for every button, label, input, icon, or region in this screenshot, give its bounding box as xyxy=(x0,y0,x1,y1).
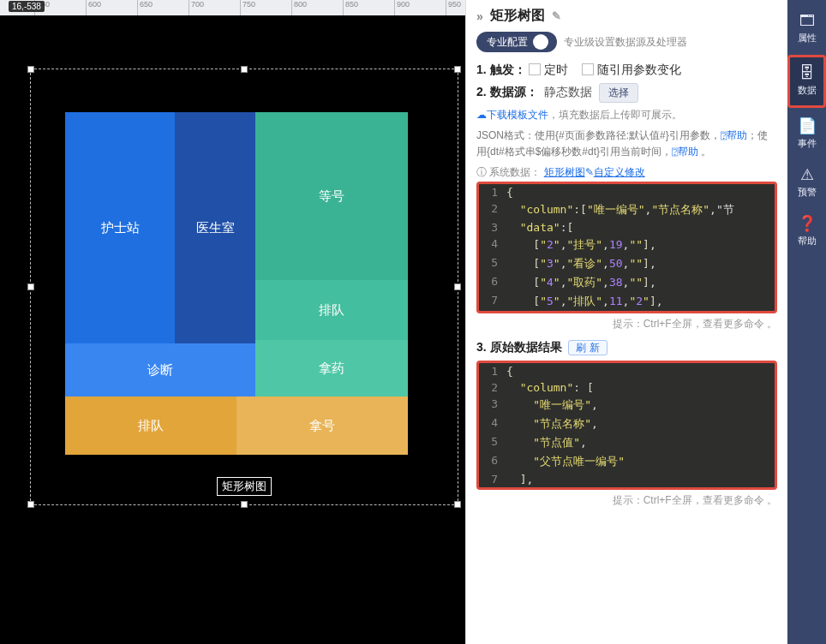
resize-handle-n[interactable] xyxy=(241,66,248,73)
resize-handle-ne[interactable] xyxy=(454,66,461,73)
treemap-cell: 拿号 xyxy=(236,397,408,455)
section-1-number: 1. xyxy=(476,63,487,76)
section-3-label: 原始数据结果 xyxy=(490,340,562,354)
sidebar-label: 事件 xyxy=(798,138,817,148)
checkbox-param-change[interactable] xyxy=(582,63,594,75)
sidebar-tab-帮助[interactable]: ❓帮助 xyxy=(787,207,826,256)
treemap-cell: 医生室 xyxy=(175,112,255,343)
resize-handle-nw[interactable] xyxy=(27,66,34,73)
resize-handle-sw[interactable] xyxy=(27,501,34,508)
sidebar-label: 帮助 xyxy=(798,236,817,246)
download-template-link[interactable]: 下载模板文件 xyxy=(487,109,548,121)
help-link-2[interactable]: ⍰帮助 xyxy=(672,146,698,158)
code-editor-result[interactable]: 1{2 "column": [3 "唯一编号",4 "节点名称",5 "节点值"… xyxy=(476,361,777,490)
resize-handle-e[interactable] xyxy=(454,283,461,290)
selection-box[interactable]: 护士站医生室诊断等号排队拿药排队拿号 矩形树图 xyxy=(30,69,458,505)
treemap-cell: 排队 xyxy=(255,280,408,340)
sidebar-tab-事件[interactable]: 📄事件 xyxy=(787,110,826,158)
chart-title-badge: 矩形树图 xyxy=(217,477,272,496)
editor-hint-2: 提示：Ctrl+F全屏，查看更多命令 。 xyxy=(476,493,777,508)
help-link-1[interactable]: ⍰帮助 xyxy=(721,129,747,141)
opt-param-label: 随引用参数变化 xyxy=(597,63,681,76)
collapse-icon[interactable]: » xyxy=(476,9,483,23)
download-tail: ，填充数据后上传即可展示。 xyxy=(548,109,682,121)
treemap-chart: 护士站医生室诊断等号排队拿药排队拿号 xyxy=(65,112,408,455)
period: 。 xyxy=(698,146,711,158)
sidebar-label: 属性 xyxy=(798,33,817,43)
sidebar-icon: 🗔 xyxy=(787,12,826,30)
sidebar-icon: 🗄 xyxy=(790,64,823,82)
sysdata-name-link[interactable]: 矩形树图 xyxy=(544,166,585,178)
pro-config-label: 专业配置 xyxy=(487,35,528,50)
treemap-cell: 护士站 xyxy=(65,112,175,343)
sidebar-label: 数据 xyxy=(798,85,817,95)
treemap-cell: 排队 xyxy=(65,397,236,455)
sidebar-icon: ❓ xyxy=(787,214,826,233)
code-editor-data[interactable]: 1{2 "column":["唯一编号","节点名称","节3 "data":[… xyxy=(476,182,777,313)
pro-config-desc: 专业级设置数据源及处理器 xyxy=(564,35,687,50)
section-2-number: 2. xyxy=(476,85,487,98)
checkbox-timed[interactable] xyxy=(529,63,541,75)
select-datasource-button[interactable]: 选择 xyxy=(599,83,638,103)
resize-handle-w[interactable] xyxy=(27,283,34,290)
edit-title-icon[interactable]: ✎ xyxy=(552,9,561,22)
section-2-label: 数据源： xyxy=(490,85,538,98)
custom-edit-link[interactable]: 自定义修改 xyxy=(594,166,645,178)
resize-handle-se[interactable] xyxy=(454,501,461,508)
info-icon: ⓘ xyxy=(476,166,487,178)
inspector-panel: » 矩形树图 ✎ 专业配置 专业级设置数据源及处理器 1. 触发： 定时 随引用… xyxy=(465,0,787,644)
treemap-cell: 拿药 xyxy=(255,340,408,397)
sidebar-icon: ⚠ xyxy=(787,165,826,184)
right-sidebar: 🗔属性🗄数据📄事件⚠预警❓帮助 xyxy=(787,0,826,644)
treemap-cell: 等号 xyxy=(255,112,408,280)
cloud-download-icon: ☁ xyxy=(476,109,487,121)
sysdata-label: 系统数据： xyxy=(489,166,541,178)
pencil-icon[interactable]: ✎ xyxy=(585,166,594,178)
pro-config-toggle[interactable]: 专业配置 xyxy=(476,32,557,52)
datasource-type: 静态数据 xyxy=(544,85,592,98)
ruler-horizontal: 550600650700750800850900950 xyxy=(0,0,465,15)
resize-handle-s[interactable] xyxy=(241,501,248,508)
section-3-number: 3. xyxy=(476,340,487,354)
editor-hint-1: 提示：Ctrl+F全屏，查看更多命令 。 xyxy=(476,317,777,331)
refresh-button[interactable]: 刷 新 xyxy=(568,340,607,355)
treemap-cell: 诊断 xyxy=(65,343,255,397)
cursor-coordinates: 16,-538 xyxy=(9,1,45,12)
sidebar-tab-属性[interactable]: 🗔属性 xyxy=(787,5,826,53)
sidebar-tab-数据[interactable]: 🗄数据 xyxy=(787,55,826,108)
sidebar-tab-预警[interactable]: ⚠预警 xyxy=(787,158,826,207)
section-1-label: 触发： xyxy=(490,63,526,76)
toggle-knob xyxy=(533,34,548,50)
json-desc-1: JSON格式：使用{#页面参数路径:默认值#}引用参数， xyxy=(476,129,721,141)
canvas-pane[interactable]: 550600650700750800850900950 16,-538 护士站医… xyxy=(0,0,465,644)
inspector-title: 矩形树图 xyxy=(490,7,545,25)
opt-timed-label: 定时 xyxy=(544,63,568,76)
sidebar-label: 预警 xyxy=(798,187,817,197)
sidebar-icon: 📄 xyxy=(787,116,826,135)
